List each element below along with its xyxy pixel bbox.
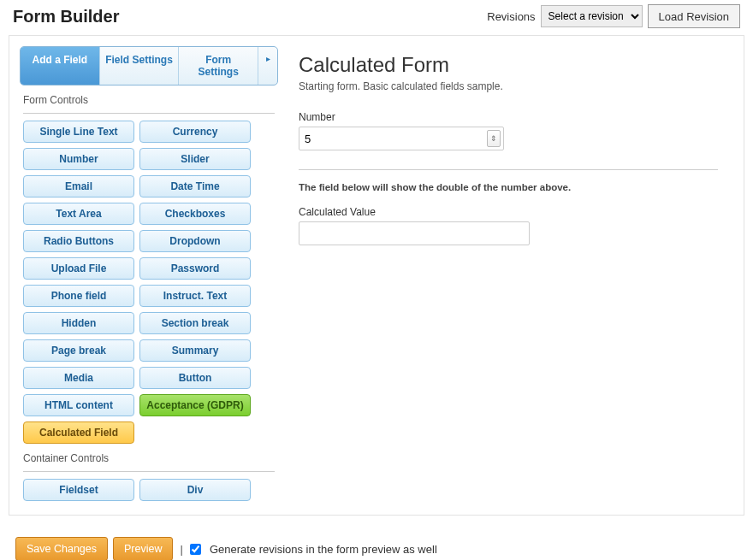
field-fieldset[interactable]: Fieldset bbox=[23, 479, 134, 501]
tab-form-settings[interactable]: Form Settings bbox=[179, 47, 258, 85]
field-instruct-text[interactable]: Instruct. Text bbox=[139, 285, 251, 307]
field-summary[interactable]: Summary bbox=[139, 339, 251, 362]
preview-button[interactable]: Preview bbox=[113, 537, 173, 560]
field-slider[interactable]: Slider bbox=[139, 148, 251, 170]
field-password[interactable]: Password bbox=[139, 257, 251, 280]
field-email[interactable]: Email bbox=[23, 175, 134, 197]
generate-revisions-label: Generate revisions in the form preview a… bbox=[210, 543, 437, 556]
revisions-label: Revisions bbox=[487, 10, 535, 23]
section-container-controls: Container Controls bbox=[23, 452, 278, 464]
section-form-controls: Form Controls bbox=[23, 94, 278, 106]
field-date-time[interactable]: Date Time bbox=[139, 175, 251, 197]
builder-tabs: Add a Field Field Settings Form Settings… bbox=[20, 46, 278, 85]
field-dropdown[interactable]: Dropdown bbox=[139, 230, 251, 252]
field-checkboxes[interactable]: Checkboxes bbox=[139, 203, 251, 225]
form-description: Starting form. Basic calculated fields s… bbox=[299, 80, 718, 92]
field-single-line-text[interactable]: Single Line Text bbox=[23, 121, 134, 143]
field-currency[interactable]: Currency bbox=[139, 121, 251, 143]
form-preview-panel: Calculated Form Starting form. Basic cal… bbox=[278, 36, 744, 515]
separator bbox=[299, 169, 718, 170]
tab-field-settings[interactable]: Field Settings bbox=[100, 47, 180, 85]
calculated-value-input[interactable] bbox=[299, 221, 530, 245]
number-label: Number bbox=[299, 111, 718, 123]
tab-expand-icon[interactable]: ▸ bbox=[258, 47, 277, 85]
number-spinner-icon[interactable]: ⇕ bbox=[487, 130, 501, 147]
revision-select[interactable]: Select a revision bbox=[541, 5, 643, 27]
field-html-content[interactable]: HTML content bbox=[23, 394, 134, 416]
field-media[interactable]: Media bbox=[23, 367, 134, 389]
field-number[interactable]: Number bbox=[23, 148, 134, 170]
field-page-break[interactable]: Page break bbox=[23, 339, 134, 362]
load-revision-button[interactable]: Load Revision bbox=[648, 4, 740, 28]
generate-revisions-checkbox[interactable] bbox=[190, 544, 201, 555]
field-hidden[interactable]: Hidden bbox=[23, 312, 134, 334]
field-button[interactable]: Button bbox=[139, 367, 251, 389]
field-radio-buttons[interactable]: Radio Buttons bbox=[23, 230, 134, 252]
instruction-text: The field below will show the double of … bbox=[299, 182, 718, 192]
field-acceptance-gdpr[interactable]: Acceptance (GDPR) bbox=[139, 394, 251, 416]
number-input[interactable] bbox=[305, 129, 498, 148]
separator-pipe: | bbox=[180, 543, 182, 556]
page-title: Form Builder bbox=[13, 7, 119, 27]
field-phone[interactable]: Phone field bbox=[23, 285, 134, 307]
save-changes-button[interactable]: Save Changes bbox=[15, 537, 108, 560]
field-div[interactable]: Div bbox=[139, 479, 251, 501]
field-section-break[interactable]: Section break bbox=[139, 312, 251, 334]
number-input-wrapper: ⇕ bbox=[299, 127, 504, 150]
field-calculated-field[interactable]: Calculated Field bbox=[23, 421, 134, 444]
field-text-area[interactable]: Text Area bbox=[23, 203, 134, 225]
form-title: Calculated Form bbox=[299, 53, 718, 77]
tab-add-field[interactable]: Add a Field bbox=[21, 47, 100, 85]
field-upload-file[interactable]: Upload File bbox=[23, 257, 134, 280]
calculated-value-label: Calculated Value bbox=[299, 206, 718, 218]
